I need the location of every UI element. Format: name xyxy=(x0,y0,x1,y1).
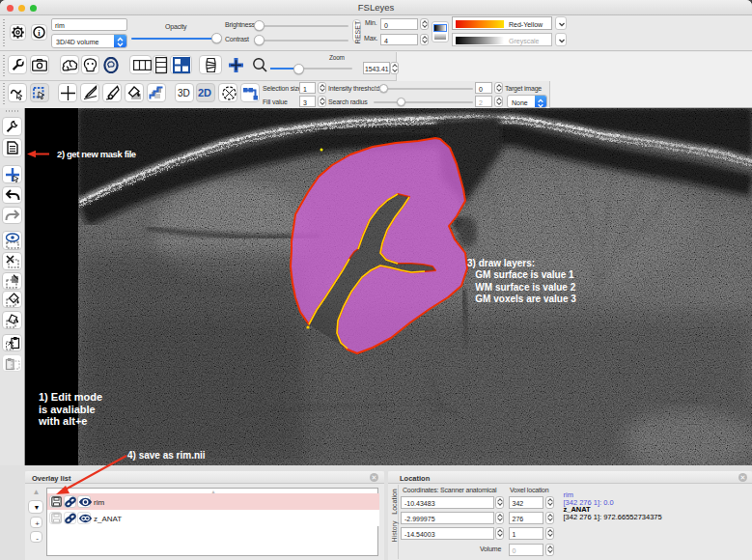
svg-text:i: i xyxy=(38,28,41,38)
